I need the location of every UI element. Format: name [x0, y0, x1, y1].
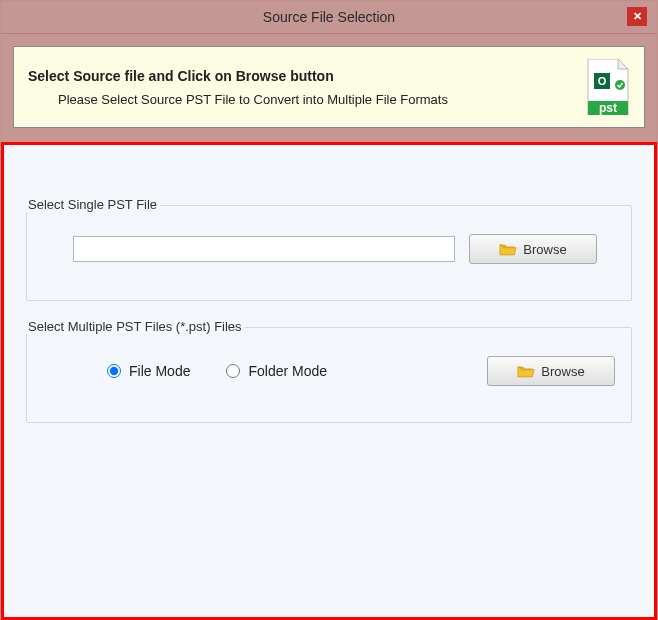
folder-mode-label: Folder Mode: [248, 363, 327, 379]
single-browse-label: Browse: [523, 242, 566, 257]
file-mode-radio-input[interactable]: [107, 364, 121, 378]
multiple-pst-fieldset: Select Multiple PST Files (*.pst) Files …: [26, 327, 632, 423]
single-browse-button[interactable]: Browse: [469, 234, 597, 264]
folder-open-icon: [517, 364, 535, 379]
svg-text:O: O: [598, 75, 607, 87]
titlebar: Source File Selection ✕: [1, 1, 657, 34]
multiple-browse-button[interactable]: Browse: [487, 356, 615, 386]
multiple-browse-label: Browse: [541, 364, 584, 379]
content-area: Select Single PST File Browse Select Mul…: [1, 142, 657, 620]
file-mode-label: File Mode: [129, 363, 190, 379]
info-subheading: Please Select Source PST File to Convert…: [58, 92, 448, 107]
folder-mode-radio[interactable]: Folder Mode: [226, 363, 327, 379]
info-text: Select Source file and Click on Browse b…: [28, 68, 448, 107]
pst-file-icon: O pst: [582, 59, 630, 115]
info-box: Select Source file and Click on Browse b…: [13, 46, 645, 128]
close-button[interactable]: ✕: [627, 7, 647, 26]
info-heading: Select Source file and Click on Browse b…: [28, 68, 448, 84]
close-icon: ✕: [633, 10, 642, 23]
pst-badge-text: pst: [599, 101, 617, 115]
single-pst-path-input[interactable]: [73, 236, 455, 262]
single-pst-legend: Select Single PST File: [25, 197, 160, 212]
multiple-pst-legend: Select Multiple PST Files (*.pst) Files: [25, 319, 245, 334]
header-strip: Select Source file and Click on Browse b…: [1, 34, 657, 142]
window-title: Source File Selection: [263, 9, 395, 25]
folder-mode-radio-input[interactable]: [226, 364, 240, 378]
single-pst-fieldset: Select Single PST File Browse: [26, 205, 632, 301]
file-mode-radio[interactable]: File Mode: [107, 363, 190, 379]
folder-open-icon: [499, 242, 517, 257]
source-file-selection-window: Source File Selection ✕ Select Source fi…: [0, 0, 658, 620]
svg-point-2: [615, 80, 625, 90]
